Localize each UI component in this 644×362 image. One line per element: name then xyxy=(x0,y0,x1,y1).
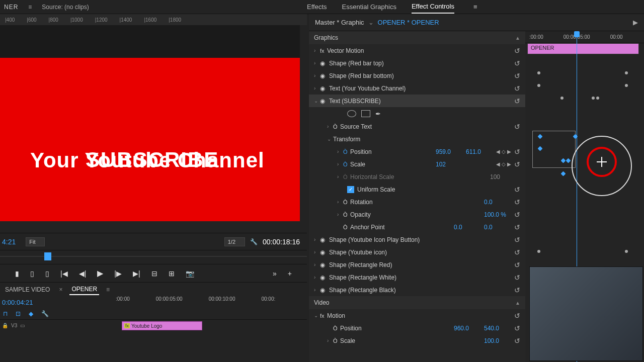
seq-tab-opener[interactable]: OPENER xyxy=(69,284,99,295)
kf-add-icon[interactable]: ◇ xyxy=(502,161,506,167)
prop-text-subscribe[interactable]: ⌄◉ Text (SUBSCRIBE) ↺ xyxy=(309,95,525,107)
scrub-bar[interactable] xyxy=(0,250,307,264)
master-clip-label[interactable]: Master * Graphic xyxy=(315,19,364,26)
eye-icon[interactable]: ◉ xyxy=(320,72,329,79)
fx-icon[interactable]: fx xyxy=(320,48,327,54)
program-monitor[interactable]: Your Youtube Channel SUBSCRIBE xyxy=(0,25,300,219)
settings-icon[interactable]: 🔧 xyxy=(41,310,49,317)
prop-transform[interactable]: ⌄Transform xyxy=(309,133,525,145)
mark-in-icon[interactable]: ▮ xyxy=(15,269,19,278)
reset-icon[interactable]: ↺ xyxy=(514,211,520,219)
prop-rect-red[interactable]: ›◉ Shape (Rectangle Red) ↺ xyxy=(309,258,525,271)
motion-pos-y-value[interactable]: 540.0 xyxy=(484,325,514,332)
tab-effects[interactable]: Effects xyxy=(307,3,327,13)
track-label-v3[interactable]: 🔒 V3 ▭ xyxy=(2,323,25,328)
reset-icon[interactable]: ↺ xyxy=(514,324,520,332)
reset-icon[interactable]: ↺ xyxy=(514,123,520,131)
reset-icon[interactable]: ↺ xyxy=(514,72,520,80)
prop-red-bar-top[interactable]: ›◉ Shape (Red bar top) ↺ xyxy=(309,57,525,69)
position-y-value[interactable]: 611.0 xyxy=(466,148,496,155)
reset-icon[interactable]: ↺ xyxy=(514,198,520,206)
prop-text-channel[interactable]: ›◉ Text (Your Youtube Channel) ↺ xyxy=(309,82,525,95)
extract-icon[interactable]: ⊞ xyxy=(169,269,175,278)
rotation-value[interactable]: 0.0 xyxy=(484,199,514,206)
eye-icon[interactable]: ◉ xyxy=(320,236,329,243)
lift-icon[interactable]: ⊟ xyxy=(151,269,157,278)
motion-pos-x-value[interactable]: 960.0 xyxy=(454,325,484,332)
prop-motion[interactable]: ⌄fx Motion ↺ xyxy=(309,309,525,322)
resolution-dropdown[interactable]: 1/2 xyxy=(224,237,245,246)
reset-icon[interactable]: ↺ xyxy=(514,223,520,231)
eye-icon[interactable]: ◉ xyxy=(320,60,329,67)
snap-icon[interactable]: ⊓ xyxy=(3,310,8,317)
kf-prev-icon[interactable]: ◀ xyxy=(496,161,500,167)
toggle-output-icon[interactable]: ▭ xyxy=(20,323,25,328)
collapse-icon[interactable]: ▲ xyxy=(515,35,520,41)
prop-yt-play[interactable]: ›◉ Shape (Youtube Icon Play Button) ↺ xyxy=(309,233,525,246)
add-button-icon[interactable]: + xyxy=(288,269,292,278)
eye-icon[interactable]: ◉ xyxy=(320,261,329,268)
panel-menu-icon[interactable]: ≡ xyxy=(473,3,477,13)
prop-anchor-point[interactable]: Ò Anchor Point 0.0 0.0 ↺ xyxy=(309,221,525,233)
opacity-value[interactable]: 100.0 % xyxy=(484,211,514,218)
prop-red-bar-bottom[interactable]: ›◉ Shape (Red bar bottom) ↺ xyxy=(309,69,525,82)
playhead-marker[interactable] xyxy=(44,252,51,260)
stopwatch-icon[interactable]: Ò xyxy=(343,199,350,205)
reset-icon[interactable]: ↺ xyxy=(514,59,520,67)
ec-timeline-ruler[interactable]: :00:0000:00:05:0000:00 xyxy=(525,31,644,43)
stopwatch-icon[interactable]: Ò xyxy=(343,149,350,155)
reset-icon[interactable]: ↺ xyxy=(514,148,520,156)
reset-icon[interactable]: ↺ xyxy=(514,160,520,168)
prop-scale[interactable]: ›Ò Scale 102 ◀◇▶ ↺ xyxy=(309,158,525,170)
anchor-y-value[interactable]: 0.0 xyxy=(484,224,514,231)
prop-position[interactable]: ›Ò Position 959.0 611.0 ◀◇▶ ↺ xyxy=(309,145,525,158)
stopwatch-icon[interactable]: Ò xyxy=(343,224,350,230)
reset-icon[interactable]: ↺ xyxy=(514,97,520,105)
timeline-ruler[interactable]: :00:0000:00:05:0000:00:10:0000:00: xyxy=(116,296,275,302)
stopwatch-icon[interactable]: Ò xyxy=(343,161,350,167)
linked-sel-icon[interactable]: ⊡ xyxy=(16,310,21,317)
reset-icon[interactable]: ↺ xyxy=(514,274,520,282)
current-timecode[interactable]: 4:21 xyxy=(2,238,16,246)
kf-add-icon[interactable]: ◇ xyxy=(502,149,506,154)
position-x-value[interactable]: 959.0 xyxy=(436,148,466,155)
tab-menu-icon[interactable]: ≡ xyxy=(106,286,110,293)
reset-icon[interactable]: ↺ xyxy=(514,337,520,345)
prop-rect-white[interactable]: ›◉ Shape (Rectangle White) ↺ xyxy=(309,271,525,284)
reset-icon[interactable]: ↺ xyxy=(514,312,520,320)
seq-tab-sample-video[interactable]: SAMPLE VIDEO xyxy=(3,285,52,295)
reset-icon[interactable]: ↺ xyxy=(514,84,520,93)
hamburger-icon[interactable]: ≡ xyxy=(28,4,32,11)
prop-uniform-scale[interactable]: ✓ Uniform Scale ↺ xyxy=(309,183,525,196)
chevron-down-icon[interactable]: ⌄ xyxy=(368,19,374,26)
collapse-icon[interactable]: ▲ xyxy=(515,300,520,306)
sequence-clip-label[interactable]: OPENER * OPENER xyxy=(378,19,439,26)
checkbox-checked-icon[interactable]: ✓ xyxy=(347,186,354,193)
go-in-icon[interactable]: |◀ xyxy=(60,269,68,278)
rect-mask-icon[interactable] xyxy=(361,110,370,117)
section-video[interactable]: Video▲ xyxy=(309,296,525,309)
reset-icon[interactable]: ↺ xyxy=(514,47,520,55)
prop-opacity[interactable]: ›Ò Opacity 100.0 % ↺ xyxy=(309,208,525,221)
section-graphics[interactable]: Graphics▲ xyxy=(309,31,525,44)
wrench-icon[interactable]: 🔧 xyxy=(250,238,258,245)
play-only-icon[interactable]: ▶ xyxy=(633,19,638,26)
prop-motion-scale[interactable]: ›Ò Scale 100.0 ↺ xyxy=(309,334,525,347)
stopwatch-icon[interactable]: Ò xyxy=(343,212,350,218)
prop-rotation[interactable]: ›Ò Rotation 0.0 ↺ xyxy=(309,196,525,208)
kf-next-icon[interactable]: ▶ xyxy=(507,161,511,167)
zoom-fit-dropdown[interactable]: Fit xyxy=(26,237,45,246)
expand-arrow-icon[interactable]: ⌄ xyxy=(314,98,320,104)
stopwatch-icon[interactable]: Ò xyxy=(333,124,340,130)
tab-effect-controls[interactable]: Effect Controls xyxy=(412,3,454,14)
lock-icon[interactable]: 🔒 xyxy=(2,323,8,328)
play-icon[interactable]: ▶ xyxy=(97,268,103,278)
reset-icon[interactable]: ↺ xyxy=(514,286,520,294)
step-back-icon[interactable]: ◀| xyxy=(79,269,87,278)
ec-clip-bar[interactable]: OPENER xyxy=(527,43,639,54)
reset-icon[interactable]: ↺ xyxy=(514,261,520,269)
fx-icon[interactable]: fx xyxy=(320,313,327,319)
prop-source-text[interactable]: ›Ò Source Text ↺ xyxy=(309,120,525,133)
eye-icon[interactable]: ◉ xyxy=(320,85,329,92)
go-out-icon[interactable]: ▶| xyxy=(133,269,140,278)
